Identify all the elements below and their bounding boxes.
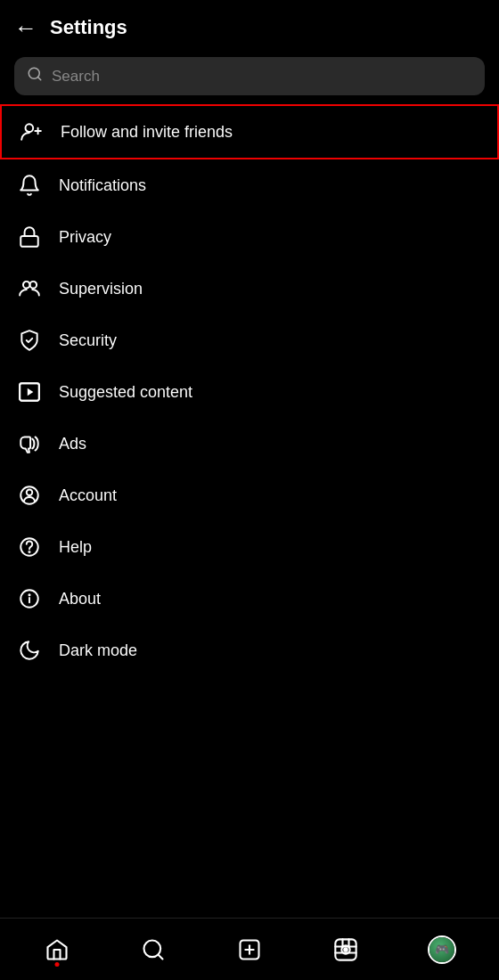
bell-icon xyxy=(16,174,43,197)
menu-item-label: Notifications xyxy=(59,176,146,195)
menu-item-suggested-content[interactable]: Suggested content xyxy=(0,366,499,418)
svg-point-6 xyxy=(23,282,30,289)
menu-item-label: Security xyxy=(59,331,117,350)
nav-create[interactable] xyxy=(223,927,276,972)
nav-search[interactable] xyxy=(127,927,180,972)
avatar: 🎮 xyxy=(428,935,456,964)
header: ← Settings xyxy=(0,0,499,52)
page-title: Settings xyxy=(50,16,127,39)
reels-icon xyxy=(333,937,358,962)
lock-icon xyxy=(16,225,43,249)
menu-item-label: Help xyxy=(59,538,92,557)
supervision-icon xyxy=(16,277,43,300)
menu-item-security[interactable]: Security xyxy=(0,314,499,366)
menu-item-supervision[interactable]: Supervision xyxy=(0,263,499,314)
nav-home[interactable] xyxy=(30,927,84,972)
search-nav-icon xyxy=(141,937,166,962)
back-button[interactable]: ← xyxy=(14,16,37,39)
settings-menu: Follow and invite friends Notifications … xyxy=(0,104,499,676)
search-bar[interactable]: Search xyxy=(14,57,485,95)
svg-line-1 xyxy=(37,77,40,79)
account-icon xyxy=(16,484,43,507)
menu-item-label: Follow and invite friends xyxy=(61,123,233,142)
menu-item-label: Suggested content xyxy=(59,383,192,402)
search-icon xyxy=(27,66,43,86)
svg-point-18 xyxy=(29,594,29,595)
plus-square-icon xyxy=(237,937,262,962)
menu-item-label: Supervision xyxy=(59,280,143,298)
svg-point-14 xyxy=(29,551,29,552)
home-active-dot xyxy=(55,962,60,967)
svg-point-7 xyxy=(30,282,37,289)
suggested-content-icon xyxy=(16,380,43,404)
menu-item-label: Privacy xyxy=(59,228,111,247)
svg-point-12 xyxy=(27,490,33,496)
nav-reels[interactable] xyxy=(319,927,372,972)
svg-marker-9 xyxy=(28,388,34,396)
menu-item-ads[interactable]: Ads xyxy=(0,418,499,470)
menu-item-dark-mode[interactable]: Dark mode xyxy=(0,625,499,676)
moon-icon xyxy=(16,639,43,662)
menu-item-label: Ads xyxy=(59,435,86,453)
svg-point-2 xyxy=(26,124,34,132)
svg-point-26 xyxy=(344,948,348,951)
menu-item-privacy[interactable]: Privacy xyxy=(0,211,499,263)
help-icon xyxy=(16,535,43,559)
info-icon xyxy=(16,587,43,610)
menu-item-follow-friends[interactable]: Follow and invite friends xyxy=(0,104,499,159)
menu-item-label: Account xyxy=(59,486,117,505)
menu-item-notifications[interactable]: Notifications xyxy=(0,159,499,211)
svg-line-20 xyxy=(158,954,162,959)
menu-item-help[interactable]: Help xyxy=(0,521,499,573)
megaphone-icon xyxy=(16,432,43,455)
menu-item-about[interactable]: About xyxy=(0,573,499,625)
nav-profile[interactable]: 🎮 xyxy=(415,927,469,972)
bottom-nav: 🎮 xyxy=(0,918,499,980)
menu-item-label: Dark mode xyxy=(59,641,137,660)
menu-item-account[interactable]: Account xyxy=(0,470,499,521)
search-placeholder: Search xyxy=(52,68,100,86)
avatar-image: 🎮 xyxy=(429,937,454,962)
menu-item-label: About xyxy=(59,590,101,608)
svg-rect-5 xyxy=(20,236,38,247)
add-person-icon xyxy=(18,120,45,143)
shield-icon xyxy=(16,329,43,352)
home-icon xyxy=(45,937,70,962)
